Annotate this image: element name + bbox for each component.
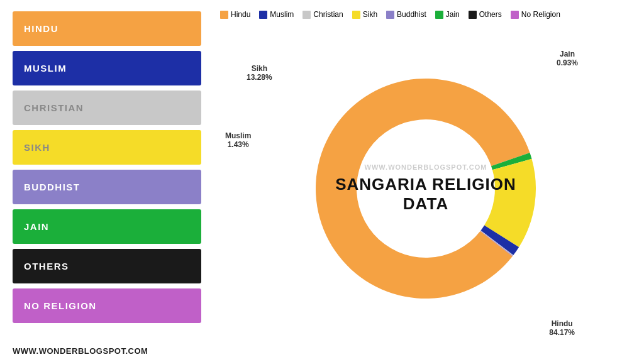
legend-item-christian: Christian <box>303 10 343 19</box>
legend-label-buddhist: Buddhist <box>397 10 426 19</box>
legend-label-jain: Jain <box>446 10 460 19</box>
legend-color-buddhist <box>386 11 394 19</box>
legend-item-jain: Jain <box>435 10 460 19</box>
bar-hindu-label: HINDU <box>24 23 58 34</box>
bar-noreligion-label: NO RELIGION <box>24 300 97 311</box>
bar-noreligion: NO RELIGION <box>13 288 201 323</box>
bar-buddhist: BUDDHIST <box>13 170 201 204</box>
legend-color-others <box>469 11 477 19</box>
legend-color-muslim <box>259 11 267 19</box>
bar-jain-label: JAIN <box>24 221 49 232</box>
bar-muslim-label: MUSLIM <box>24 63 67 74</box>
legend-item-sikh: Sikh <box>352 10 377 19</box>
donut-chart <box>294 57 558 321</box>
legend-color-christian <box>303 11 311 19</box>
right-panel: HinduMuslimChristianSikhBuddhistJainOthe… <box>214 0 644 362</box>
legend-item-muslim: Muslim <box>259 10 294 19</box>
chart-area: WWW.WONDERBLOGSPOT.COM SANGARIA RELIGION… <box>214 21 638 356</box>
label-sikh: Sikh 13.28% <box>247 64 272 82</box>
bar-sikh-label: SIKH <box>24 142 50 153</box>
bar-sikh: SIKH <box>13 130 201 165</box>
label-hindu: Hindu 84.17% <box>549 319 575 337</box>
legend-color-jain <box>435 11 443 19</box>
legend-item-hindu: Hindu <box>220 10 250 19</box>
legend-label-hindu: Hindu <box>231 10 250 19</box>
left-panel: HINDU MUSLIM CHRISTIAN SIKH BUDDHIST JAI… <box>0 0 214 362</box>
legend-color-sikh <box>352 11 360 19</box>
bar-christian-label: CHRISTIAN <box>24 102 84 113</box>
legend: HinduMuslimChristianSikhBuddhistJainOthe… <box>214 6 638 21</box>
bar-hindu: HINDU <box>13 11 201 46</box>
bar-others: OTHERS <box>13 249 201 283</box>
bar-buddhist-label: BUDDHIST <box>24 182 80 192</box>
legend-label-muslim: Muslim <box>270 10 294 19</box>
legend-label-others: Others <box>479 10 502 19</box>
website-footer: WWW.WONDERBLOGSPOT.COM <box>13 343 201 356</box>
bar-others-label: OTHERS <box>24 261 69 272</box>
legend-label-christian: Christian <box>313 10 343 19</box>
legend-item-buddhist: Buddhist <box>386 10 426 19</box>
label-jain: Jain 0.93% <box>557 50 578 67</box>
legend-color-noreligion <box>511 11 519 19</box>
legend-item-noreligion: No Religion <box>511 10 560 19</box>
bar-muslim: MUSLIM <box>13 51 201 85</box>
bar-christian: CHRISTIAN <box>13 90 201 125</box>
label-muslim: Muslim 1.43% <box>225 131 251 149</box>
legend-color-hindu <box>220 11 228 19</box>
bar-jain: JAIN <box>13 209 201 244</box>
legend-item-others: Others <box>469 10 502 19</box>
legend-label-sikh: Sikh <box>363 10 377 19</box>
legend-label-noreligion: No Religion <box>521 10 560 19</box>
